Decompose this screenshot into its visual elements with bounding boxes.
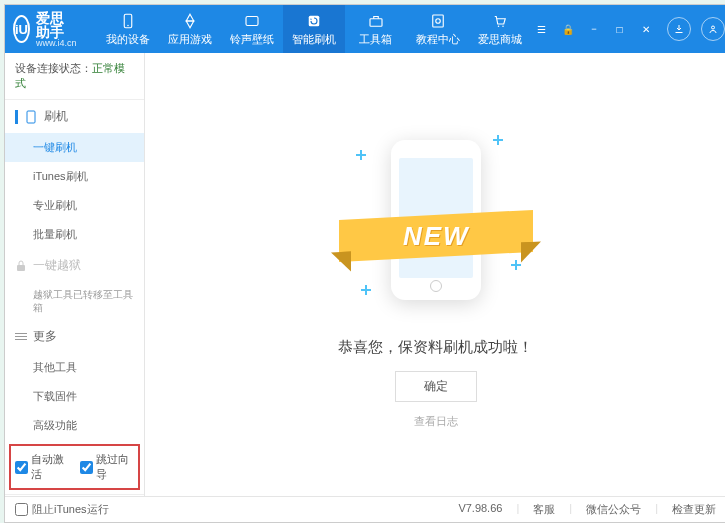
- refresh-icon: [305, 12, 323, 30]
- nav-ringtone[interactable]: 铃声壁纸: [221, 5, 283, 53]
- sidebar-item-other-tools[interactable]: 其他工具: [5, 353, 144, 382]
- svg-point-8: [502, 25, 504, 27]
- sparkle-icon: [511, 260, 521, 270]
- svg-rect-4: [370, 18, 382, 26]
- version-label: V7.98.66: [458, 502, 502, 517]
- maximize-button[interactable]: □: [609, 20, 631, 38]
- checkbox-skip-guide[interactable]: 跳过向导: [80, 452, 135, 482]
- update-link[interactable]: 检查更新: [672, 502, 716, 517]
- folder-icon: [243, 12, 261, 30]
- user-button[interactable]: [701, 17, 725, 41]
- jailbreak-note: 越狱工具已转移至工具箱: [5, 282, 144, 320]
- svg-point-9: [711, 26, 714, 29]
- book-icon: [429, 12, 447, 30]
- success-message: 恭喜您，保资料刷机成功啦！: [338, 338, 533, 357]
- hamburger-icon: [15, 331, 27, 342]
- nav-tutorials[interactable]: 教程中心: [407, 5, 469, 53]
- service-link[interactable]: 客服: [533, 502, 555, 517]
- sidebar-item-itunes-flash[interactable]: iTunes刷机: [5, 162, 144, 191]
- footer: 阻止iTunes运行 V7.98.66| 客服| 微信公众号| 检查更新: [5, 496, 725, 522]
- sidebar-section-flash[interactable]: 刷机: [5, 100, 144, 133]
- body: 设备连接状态：正常模式 刷机 一键刷机 iTunes刷机 专业刷机 批量刷机 一…: [5, 53, 725, 496]
- sparkle-icon: [493, 135, 503, 145]
- phone-icon: [26, 110, 38, 124]
- nav-my-device[interactable]: 我的设备: [97, 5, 159, 53]
- sidebar-item-batch-flash[interactable]: 批量刷机: [5, 220, 144, 249]
- titlebar: iU 爱思助手 www.i4.cn 我的设备 应用游戏 铃声壁纸 智能刷机 工具…: [5, 5, 725, 53]
- app-window: iU 爱思助手 www.i4.cn 我的设备 应用游戏 铃声壁纸 智能刷机 工具…: [4, 4, 725, 523]
- sparkle-icon: [356, 150, 366, 160]
- sidebar: 设备连接状态：正常模式 刷机 一键刷机 iTunes刷机 专业刷机 批量刷机 一…: [5, 53, 145, 496]
- nav-smart-flash[interactable]: 智能刷机: [283, 5, 345, 53]
- connection-status: 设备连接状态：正常模式: [5, 53, 144, 100]
- sidebar-section-more[interactable]: 更多: [5, 320, 144, 353]
- view-log-link[interactable]: 查看日志: [414, 414, 458, 429]
- sidebar-item-download-firmware[interactable]: 下载固件: [5, 382, 144, 411]
- svg-point-1: [127, 24, 129, 26]
- svg-rect-3: [308, 15, 319, 26]
- brand-url: www.i4.cn: [36, 39, 77, 48]
- sidebar-item-pro-flash[interactable]: 专业刷机: [5, 191, 144, 220]
- footer-right: V7.98.66| 客服| 微信公众号| 检查更新: [458, 502, 716, 517]
- nav-apps-games[interactable]: 应用游戏: [159, 5, 221, 53]
- download-button[interactable]: [667, 17, 691, 41]
- brand-title: 爱思助手: [36, 11, 77, 39]
- options-highlight-box: 自动激活 跳过向导: [9, 444, 140, 490]
- nav-toolbox[interactable]: 工具箱: [345, 5, 407, 53]
- wechat-link[interactable]: 微信公众号: [586, 502, 641, 517]
- toolbox-icon: [367, 12, 385, 30]
- menu-icon[interactable]: ☰: [531, 20, 553, 38]
- svg-point-6: [435, 18, 440, 23]
- success-illustration: NEW: [351, 120, 521, 320]
- lock-icon: [15, 260, 27, 272]
- top-nav: 我的设备 应用游戏 铃声壁纸 智能刷机 工具箱 教程中心 爱思商城: [97, 5, 531, 53]
- checkbox-block-itunes[interactable]: 阻止iTunes运行: [15, 502, 109, 517]
- sparkle-icon: [361, 285, 371, 295]
- marker-icon: [15, 110, 18, 124]
- lock-icon[interactable]: 🔒: [557, 20, 579, 38]
- minimize-button[interactable]: －: [583, 20, 605, 38]
- brand: 爱思助手 www.i4.cn: [36, 11, 77, 48]
- main-content: NEW 恭喜您，保资料刷机成功啦！ 确定 查看日志: [145, 53, 725, 496]
- sidebar-item-oneclick-flash[interactable]: 一键刷机: [5, 133, 144, 162]
- cart-icon: [491, 12, 509, 30]
- svg-rect-11: [17, 265, 25, 271]
- svg-point-7: [497, 25, 499, 27]
- sidebar-item-advanced[interactable]: 高级功能: [5, 411, 144, 440]
- svg-rect-10: [27, 111, 35, 123]
- close-button[interactable]: ✕: [635, 20, 657, 38]
- titlebar-right: ☰ 🔒 － □ ✕: [531, 17, 725, 41]
- sidebar-section-jailbreak[interactable]: 一键越狱: [5, 249, 144, 282]
- apps-icon: [181, 12, 199, 30]
- checkbox-auto-activate[interactable]: 自动激活: [15, 452, 70, 482]
- nav-store[interactable]: 爱思商城: [469, 5, 531, 53]
- new-ribbon: NEW: [339, 210, 533, 262]
- ok-button[interactable]: 确定: [395, 371, 477, 402]
- logo-icon: iU: [13, 15, 30, 43]
- phone-icon: [119, 12, 137, 30]
- svg-rect-5: [432, 15, 443, 27]
- svg-rect-2: [246, 16, 258, 25]
